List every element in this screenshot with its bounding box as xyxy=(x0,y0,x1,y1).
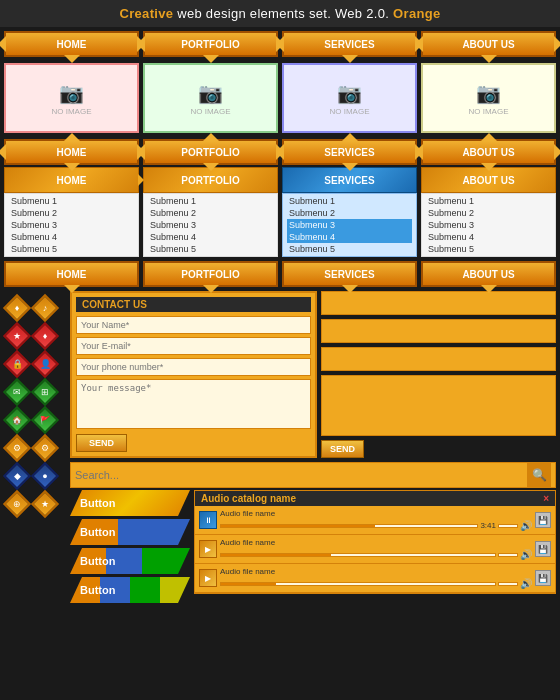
icon-diamond-wrap[interactable]: 🔒 xyxy=(4,351,30,377)
nav-item-home-3[interactable]: HOME xyxy=(4,261,139,287)
button-2[interactable]: Button xyxy=(70,519,190,545)
icon-row: 🔒 👤 xyxy=(4,351,66,377)
chevron-down-icon xyxy=(64,285,80,293)
mail-icon: ✉ xyxy=(13,387,21,397)
chevron-down-icon xyxy=(64,163,80,171)
right-input-3[interactable] xyxy=(321,347,556,371)
no-image-label: NO IMAGE xyxy=(190,107,230,116)
search-button[interactable]: 🔍 xyxy=(527,463,551,487)
nav-item-aboutus-3[interactable]: ABOUT US xyxy=(421,261,556,287)
icon-diamond-wrap[interactable]: 🏠 xyxy=(4,407,30,433)
icon-diamond-wrap[interactable]: ✉ xyxy=(4,379,30,405)
nav-item-home-2[interactable]: HOME xyxy=(4,139,139,165)
icon-diamond-wrap[interactable]: ⚙ xyxy=(4,435,30,461)
diamond-icon: ♦ xyxy=(15,303,20,313)
icon-diamond-wrap[interactable]: ♦ xyxy=(4,295,30,321)
volume-control[interactable] xyxy=(498,553,518,557)
submenu-item[interactable]: Submenu 1 xyxy=(426,195,551,207)
icon-diamond-wrap[interactable]: 🚩 xyxy=(32,407,58,433)
no-image-label: NO IMAGE xyxy=(468,107,508,116)
phone-input[interactable] xyxy=(76,358,311,376)
nav-item-home-1[interactable]: HOME xyxy=(4,31,139,57)
audio-track-1: ⏸ Audio file name 3:41 🔊 xyxy=(195,506,555,535)
icon-diamond-wrap[interactable]: ⊞ xyxy=(32,379,58,405)
icon-diamond-wrap[interactable]: ♪ xyxy=(32,295,58,321)
audio-progress-bar[interactable] xyxy=(220,553,496,557)
dropdown-section: HOME Submenu 1 Submenu 2 Submenu 3 Subme… xyxy=(0,167,560,257)
track-duration: 3:41 xyxy=(480,521,496,530)
volume-control[interactable] xyxy=(498,524,518,528)
nav-item-services-3[interactable]: SERVICES xyxy=(282,261,417,287)
chevron-down-icon xyxy=(342,163,358,171)
submenu-item[interactable]: Submenu 1 xyxy=(9,195,134,207)
name-input[interactable] xyxy=(76,316,311,334)
play-button-3[interactable]: ▶ xyxy=(199,569,217,587)
submenu-item-active[interactable]: Submenu 4 xyxy=(287,231,412,243)
submenu-item[interactable]: Submenu 5 xyxy=(426,243,551,255)
audio-progress-fill xyxy=(221,583,276,585)
submenu-item[interactable]: Submenu 2 xyxy=(148,207,273,219)
save-button-1[interactable]: 💾 xyxy=(535,512,551,528)
button-1[interactable]: Button xyxy=(70,490,190,516)
submenu-item[interactable]: Submenu 4 xyxy=(9,231,134,243)
nav-item-aboutus-2[interactable]: ABOUT US xyxy=(421,139,556,165)
volume-control[interactable] xyxy=(498,582,518,586)
submenu-item[interactable]: Submenu 1 xyxy=(148,195,273,207)
save-button-2[interactable]: 💾 xyxy=(535,541,551,557)
right-send-button[interactable]: SEND xyxy=(321,440,364,458)
message-input[interactable] xyxy=(76,379,311,429)
icon-diamond-wrap[interactable]: ⊕ xyxy=(4,491,30,517)
email-input[interactable] xyxy=(76,337,311,355)
right-textarea[interactable] xyxy=(321,375,556,436)
submenu-item[interactable]: Submenu 5 xyxy=(9,243,134,255)
submenu-item[interactable]: Submenu 3 xyxy=(426,219,551,231)
play-button-2[interactable]: ▶ xyxy=(199,540,217,558)
nav-bar-1: HOME PORTFOLIO SERVICES ABOUT US xyxy=(0,29,560,59)
submenu-item[interactable]: Submenu 3 xyxy=(148,219,273,231)
icon-diamond-wrap[interactable]: ● xyxy=(32,463,58,489)
send-button[interactable]: SEND xyxy=(76,434,127,452)
track-info: Audio file name 🔊 xyxy=(220,567,532,589)
submenu-item[interactable]: Submenu 1 xyxy=(287,195,412,207)
nav-item-services-1[interactable]: SERVICES xyxy=(282,31,417,57)
submenu-item[interactable]: Submenu 2 xyxy=(9,207,134,219)
audio-progress-bar[interactable] xyxy=(220,582,496,586)
icon-diamond-wrap[interactable]: ♦ xyxy=(32,323,58,349)
right-input-1[interactable] xyxy=(321,291,556,315)
chevron-down-icon xyxy=(481,163,497,171)
audio-progress-bar[interactable] xyxy=(220,524,478,528)
submenu-item[interactable]: Submenu 4 xyxy=(426,231,551,243)
nav-item-portfolio-1[interactable]: PORTFOLIO xyxy=(143,31,278,57)
gallery-item-0: 📷 NO IMAGE xyxy=(4,63,139,133)
gear2-icon: ⚙ xyxy=(41,443,49,453)
search-input[interactable] xyxy=(75,469,527,481)
submenu-item[interactable]: Submenu 2 xyxy=(426,207,551,219)
submenu-item[interactable]: Submenu 5 xyxy=(148,243,273,255)
nav-item-services-2[interactable]: SERVICES xyxy=(282,139,417,165)
icon-row: ⚙ ⚙ xyxy=(4,435,66,461)
icon-diamond-wrap[interactable]: 👤 xyxy=(32,351,58,377)
nav-item-aboutus-1[interactable]: ABOUT US xyxy=(421,31,556,57)
submenu-item[interactable]: Submenu 5 xyxy=(287,243,412,255)
submenu-item-active[interactable]: Submenu 3 xyxy=(287,219,412,231)
pause-button[interactable]: ⏸ xyxy=(199,511,217,529)
bottom-area: Button Button Button Button Audio catalo… xyxy=(70,490,556,606)
gallery-item-2: 📷 NO IMAGE xyxy=(282,63,417,133)
icon-row: ⊕ ★ xyxy=(4,491,66,517)
audio-close-button[interactable]: × xyxy=(543,493,549,504)
right-input-2[interactable] xyxy=(321,319,556,343)
nav-label: ABOUT US xyxy=(462,269,514,280)
nav-item-portfolio-3[interactable]: PORTFOLIO xyxy=(143,261,278,287)
icon-diamond-wrap[interactable]: ★ xyxy=(32,491,58,517)
submenu-item[interactable]: Submenu 2 xyxy=(287,207,412,219)
icon-diamond-wrap[interactable]: ◆ xyxy=(4,463,30,489)
icon-diamond-wrap[interactable]: ⚙ xyxy=(32,435,58,461)
save-button-3[interactable]: 💾 xyxy=(535,570,551,586)
submenu-item[interactable]: Submenu 4 xyxy=(148,231,273,243)
button-4[interactable]: Button xyxy=(70,577,190,603)
icon-diamond-wrap[interactable]: ★ xyxy=(4,323,30,349)
nav-item-portfolio-2[interactable]: PORTFOLIO xyxy=(143,139,278,165)
music-icon: ♪ xyxy=(43,303,48,313)
button-3[interactable]: Button xyxy=(70,548,190,574)
submenu-item[interactable]: Submenu 3 xyxy=(9,219,134,231)
